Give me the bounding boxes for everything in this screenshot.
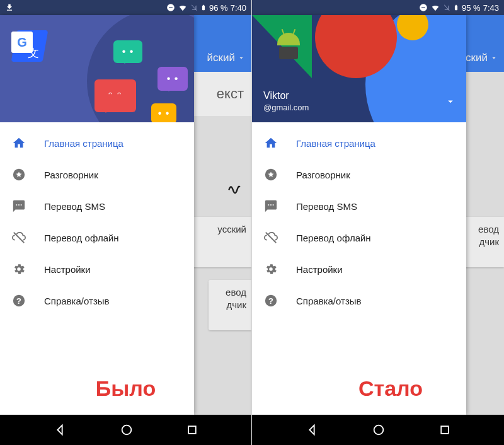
nav-item-sms[interactable]: Перевод SMS (252, 190, 466, 222)
handwriting-icon[interactable] (226, 179, 243, 198)
nav-drawer: Viktor @gmail.com Главная страница Разго… (252, 15, 466, 415)
nav-item-label: Перевод офлайн (296, 233, 371, 243)
nav-item-label: Перевод SMS (44, 201, 105, 212)
speech-bubble-icon: ᵔ ᵔ (94, 79, 136, 112)
gear-icon (263, 262, 278, 277)
drawer-header: G 文 • • • • ᵔ ᵔ • • (0, 15, 194, 122)
svg-rect-1 (169, 7, 173, 8)
phone-before: 96 % 7:40 йский екст усский еводдчик (0, 0, 252, 445)
nav-item-offline[interactable]: Перевод офлайн (252, 222, 466, 253)
nav-item-phrasebook[interactable]: Разговорник (252, 159, 466, 190)
speech-bubble-icon: • • (113, 40, 142, 63)
battery-icon (453, 3, 459, 12)
no-sim-icon (190, 3, 198, 12)
status-bar: 95 % 7:43 (252, 0, 504, 15)
wifi-icon (178, 3, 188, 12)
back-button[interactable] (305, 423, 319, 437)
gear-icon (11, 262, 26, 277)
home-icon (11, 136, 26, 151)
home-icon (263, 136, 278, 151)
google-translate-logo: G 文 (10, 30, 42, 62)
star-icon (263, 167, 278, 182)
system-navbar (0, 415, 251, 445)
download-icon (5, 3, 14, 12)
svg-rect-8 (421, 7, 425, 8)
nav-item-label: Настройки (296, 264, 343, 275)
nav-item-label: Настройки (44, 264, 91, 275)
svg-text:?: ? (16, 296, 21, 306)
recents-button[interactable] (186, 424, 198, 436)
account-toggle[interactable] (445, 96, 456, 110)
nav-item-label: Главная страница (296, 138, 375, 149)
battery-icon (200, 3, 207, 12)
star-icon (11, 167, 26, 182)
nav-item-label: Разговорник (296, 170, 350, 180)
nav-list: Главная страница Разговорник Перевод SMS… (252, 122, 466, 321)
nav-item-label: Справка/отзыв (296, 296, 362, 306)
clock: 7:43 (483, 3, 499, 13)
speech-bubble-icon: • • (158, 67, 188, 91)
home-button[interactable] (372, 423, 386, 437)
help-icon: ? (11, 293, 26, 308)
svg-rect-13 (441, 426, 449, 434)
wifi-icon (430, 3, 440, 12)
no-sim-icon (443, 3, 450, 12)
card-peek-1[interactable]: еводдчик (461, 217, 504, 267)
system-navbar (252, 415, 504, 445)
chevron-down-icon (490, 54, 498, 62)
sms-icon (11, 199, 26, 214)
svg-point-12 (374, 425, 384, 435)
svg-rect-6 (188, 426, 196, 434)
battery-percent: 96 % (209, 3, 228, 13)
account-email: @gmail.com (263, 103, 309, 112)
nav-item-settings[interactable]: Настройки (0, 253, 194, 285)
svg-point-5 (122, 425, 131, 435)
svg-text:?: ? (268, 296, 273, 306)
recents-button[interactable] (438, 424, 451, 436)
sms-icon (263, 199, 278, 214)
dnd-icon (166, 3, 175, 12)
battery-percent: 95 % (462, 3, 481, 13)
nav-item-phrasebook[interactable]: Разговорник (0, 159, 194, 190)
cloud-off-icon (263, 230, 278, 245)
account-name: Viktor (263, 90, 309, 101)
nav-item-home[interactable]: Главная страница (0, 127, 194, 159)
speech-bubble-icon: • • (151, 103, 176, 122)
target-language[interactable]: йский (207, 52, 245, 64)
nav-item-offline[interactable]: Перевод офлайн (0, 222, 194, 253)
nav-item-home[interactable]: Главная страница (252, 127, 466, 159)
phone-after: 95 % 7:43 йский еводдчик (252, 0, 504, 445)
home-button[interactable] (120, 423, 134, 437)
card-peek-2[interactable]: еводдчик (209, 280, 251, 330)
nav-item-label: Перевод офлайн (44, 233, 119, 243)
chevron-down-icon (445, 96, 456, 107)
cloud-off-icon (11, 230, 26, 245)
help-icon: ? (263, 293, 278, 308)
nav-drawer: G 文 • • • • ᵔ ᵔ • • Главная страница Раз… (0, 15, 194, 415)
account-block[interactable]: Viktor @gmail.com (263, 90, 309, 112)
chevron-down-icon (238, 54, 245, 62)
nav-item-label: Перевод SMS (296, 201, 357, 212)
nav-item-label: Разговорник (44, 170, 98, 180)
nav-item-sms[interactable]: Перевод SMS (0, 190, 194, 222)
android-avatar-icon (271, 33, 306, 67)
drawer-header: Viktor @gmail.com (252, 15, 466, 122)
nav-item-help[interactable]: ? Справка/отзыв (252, 285, 466, 316)
back-button[interactable] (53, 423, 67, 437)
nav-item-settings[interactable]: Настройки (252, 253, 466, 285)
nav-item-label: Справка/отзыв (44, 296, 110, 306)
dnd-icon (419, 3, 428, 12)
nav-item-help[interactable]: ? Справка/отзыв (0, 285, 194, 316)
nav-list: Главная страница Разговорник Перевод SMS… (0, 122, 194, 321)
card-peek-1[interactable]: усский (192, 217, 251, 267)
status-bar: 96 % 7:40 (0, 0, 251, 15)
clock: 7:40 (231, 3, 246, 13)
nav-item-label: Главная страница (44, 138, 123, 149)
